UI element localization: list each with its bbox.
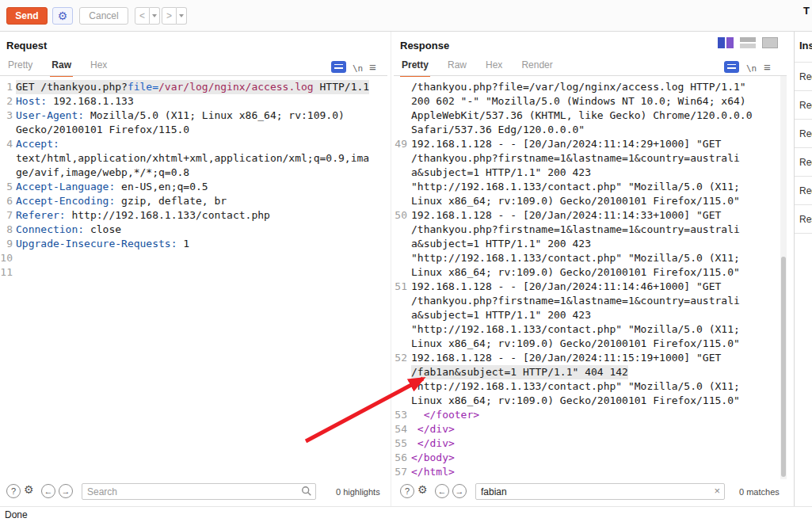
search-help-button[interactable]: ?	[6, 484, 21, 498]
code-line[interactable]: 2Host: 192.168.1.133	[0, 94, 387, 109]
code-line[interactable]: /thankyou.php?firstname=1&lastname=1&cou…	[394, 294, 780, 308]
line-number: 9	[0, 237, 16, 251]
code-line[interactable]: 54 </div>	[394, 422, 780, 436]
inspector-section[interactable]: Req	[795, 148, 812, 177]
search-settings-icon[interactable]: ⚙	[24, 483, 34, 496]
code-line[interactable]: 57</html>	[394, 465, 780, 479]
line-text: 192.168.1.128 - - [20/Jan/2024:11:14:33+…	[411, 208, 780, 223]
forward-history-dropdown[interactable]	[177, 7, 187, 25]
code-line[interactable]: 9Upgrade-Insecure-Requests: 1	[0, 237, 387, 251]
search-help-button[interactable]: ?	[400, 484, 414, 498]
line-number: 57	[394, 465, 411, 479]
clear-search-icon[interactable]: ×	[714, 485, 720, 497]
code-line[interactable]: Linux x86_64; rv:109.0) Gecko/20100101 F…	[394, 337, 780, 351]
back-button[interactable]: <	[135, 7, 150, 25]
code-line[interactable]: 6Accept-Encoding: gzip, deflate, br	[0, 194, 387, 208]
line-text: AppleWebKit/537.36 (KHTML, like Gecko) C…	[411, 109, 780, 123]
line-number	[394, 151, 411, 166]
tab-raw[interactable]: Raw	[50, 57, 73, 77]
code-line[interactable]: /fab1an&subject=1 HTTP/1.1" 404 142	[394, 365, 780, 379]
inspector-section[interactable]: Req	[795, 120, 812, 148]
code-line[interactable]: "http://192.168.1.133/contact.php" "Mozi…	[394, 379, 780, 394]
inspector-section[interactable]: Req	[795, 177, 812, 205]
code-line[interactable]: 3User-Agent: Mozilla/5.0 (X11; Linux x86…	[0, 109, 387, 123]
line-number	[394, 109, 411, 123]
code-line[interactable]: Gecko/20100101 Firefox/115.0	[0, 123, 387, 137]
code-line[interactable]: /thankyou.php?firstname=1&lastname=1&cou…	[394, 223, 780, 237]
tab-hex[interactable]: Hex	[89, 57, 109, 77]
code-line[interactable]: /thankyou.php?file=/var/log/nginx/access…	[394, 80, 780, 94]
code-line[interactable]: 200 602 "-" "Mozilla/5.0 (Windows NT 10.…	[394, 94, 780, 109]
inspector-section[interactable]: Req	[795, 63, 812, 91]
code-line[interactable]: 1GET /thankyou.php?file=/var/log/nginx/a…	[0, 80, 387, 94]
code-line[interactable]: "http://192.168.1.133/contact.php" "Mozi…	[394, 322, 780, 337]
line-text: a&subject=1 HTTP/1.1" 200 423	[411, 308, 780, 322]
request-settings-button[interactable]: ⚙	[52, 7, 73, 25]
back-history-dropdown[interactable]	[150, 7, 160, 25]
inspector-section[interactable]: Req	[795, 91, 812, 120]
search-settings-icon[interactable]: ⚙	[417, 483, 428, 496]
cancel-button[interactable]: Cancel	[79, 7, 128, 25]
inspector-section[interactable]: Res	[795, 205, 812, 234]
code-line[interactable]: 55 </div>	[394, 436, 780, 451]
tab-pretty[interactable]: Pretty	[400, 57, 430, 77]
tab-raw[interactable]: Raw	[446, 57, 468, 77]
layout-stacked-icon[interactable]	[740, 37, 756, 48]
response-search-input[interactable]	[475, 483, 725, 500]
line-text: text/html,application/xhtml+xml,applicat…	[16, 151, 387, 166]
tab-hex[interactable]: Hex	[484, 57, 504, 77]
code-line[interactable]: AppleWebKit/537.36 (KHTML, like Gecko) C…	[394, 109, 780, 123]
code-line[interactable]: "http://192.168.1.133/contact.php" "Mozi…	[394, 180, 780, 194]
code-line[interactable]: a&subject=1 HTTP/1.1" 200 423	[394, 237, 780, 251]
scrollbar-thumb[interactable]	[781, 257, 786, 477]
code-line[interactable]: Linux x86_64; rv:109.0) Gecko/20100101 F…	[394, 194, 780, 208]
code-line[interactable]: ge/avif,image/webp,*/*;q=0.8	[0, 166, 387, 180]
code-line[interactable]: 7Referer: http://192.168.1.133/contact.p…	[0, 208, 387, 223]
layout-side-by-side-icon[interactable]	[718, 37, 734, 48]
code-line[interactable]: a&subject=1 HTTP/1.1" 200 423	[394, 308, 780, 322]
newline-toggle-icon[interactable]: \n	[353, 63, 363, 74]
code-line[interactable]: 50192.168.1.128 - - [20/Jan/2024:11:14:3…	[394, 208, 780, 223]
forward-button[interactable]: >	[162, 7, 177, 25]
layout-single-icon[interactable]	[762, 37, 778, 48]
send-button[interactable]: Send	[6, 7, 48, 25]
code-line[interactable]: Linux x86_64; rv:109.0) Gecko/20100101 F…	[394, 394, 780, 408]
search-prev-button[interactable]: ←	[41, 484, 55, 498]
newline-toggle-icon[interactable]: \n	[746, 63, 757, 74]
editor-menu-icon[interactable]: ≡	[764, 60, 771, 74]
request-editor[interactable]: 1GET /thankyou.php?file=/var/log/nginx/a…	[0, 76, 387, 479]
search-prev-button[interactable]: ←	[435, 484, 449, 498]
code-line[interactable]: 51192.168.1.128 - - [20/Jan/2024:11:14:4…	[394, 280, 780, 294]
tab-pretty[interactable]: Pretty	[6, 57, 34, 77]
text-wrap-icon[interactable]	[724, 61, 739, 73]
code-line[interactable]: 11	[0, 265, 387, 280]
search-next-button[interactable]: →	[452, 484, 467, 498]
code-line[interactable]: 10	[0, 251, 387, 265]
response-scrollbar[interactable]	[780, 76, 787, 479]
line-text: Connection: close	[16, 223, 387, 237]
code-line[interactable]: 52192.168.1.128 - - [20/Jan/2024:11:15:1…	[394, 351, 780, 365]
code-line[interactable]: 49192.168.1.128 - - [20/Jan/2024:11:14:2…	[394, 137, 780, 151]
text-wrap-icon[interactable]	[331, 61, 346, 73]
editor-menu-icon[interactable]: ≡	[369, 60, 376, 74]
line-text: Safari/537.36 Edg/120.0.0.0"	[411, 123, 780, 137]
code-line[interactable]: 8Connection: close	[0, 223, 387, 237]
line-number	[394, 322, 411, 337]
search-next-button[interactable]: →	[59, 484, 73, 498]
panel-splitter[interactable]	[391, 32, 391, 506]
line-text: </div>	[411, 422, 780, 436]
request-search-input[interactable]	[82, 483, 316, 500]
tab-render[interactable]: Render	[520, 57, 554, 77]
code-line[interactable]: 4Accept:	[0, 137, 387, 151]
code-line[interactable]: a&subject=1 HTTP/1.1" 200 423	[394, 166, 780, 180]
code-line[interactable]: text/html,application/xhtml+xml,applicat…	[0, 151, 387, 166]
code-line[interactable]: Safari/537.36 Edg/120.0.0.0"	[394, 123, 780, 137]
response-editor[interactable]: /thankyou.php?file=/var/log/nginx/access…	[394, 76, 780, 479]
code-line[interactable]: 5Accept-Language: en-US,en;q=0.5	[0, 180, 387, 194]
line-text: a&subject=1 HTTP/1.1" 200 423	[411, 166, 780, 180]
code-line[interactable]: 53 </footer>	[394, 408, 780, 422]
code-line[interactable]: /thankyou.php?firstname=1&lastname=1&cou…	[394, 151, 780, 166]
code-line[interactable]: Linux x86_64; rv:109.0) Gecko/20100101 F…	[394, 265, 780, 280]
code-line[interactable]: "http://192.168.1.133/contact.php" "Mozi…	[394, 251, 780, 265]
code-line[interactable]: 56</body>	[394, 451, 780, 465]
